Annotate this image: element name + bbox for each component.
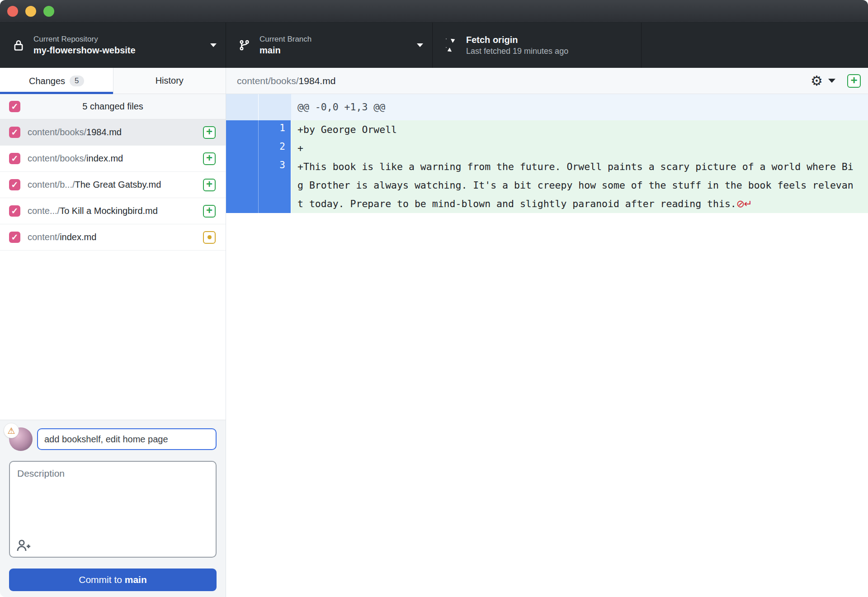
diff-line[interactable]: 2 + <box>226 139 868 157</box>
fetch-title: Fetch origin <box>466 34 632 46</box>
file-row[interactable]: ✓ content/books/1984.md + <box>0 119 226 146</box>
expand-diff-button[interactable]: + <box>847 74 861 88</box>
file-path: content/b.../The Great Gatsby.md <box>28 180 203 190</box>
file-added-icon: + <box>203 205 216 218</box>
check-icon: ✓ <box>11 128 19 137</box>
zoom-button[interactable] <box>43 6 54 17</box>
repository-name: my-flowershow-website <box>33 44 206 56</box>
no-newline-icon: ⊘↵ <box>736 198 751 209</box>
changed-files-count: 5 changed files <box>0 101 226 112</box>
traffic-lights <box>7 6 54 17</box>
titlebar <box>0 0 868 23</box>
app-window: Current Repository my-flowershow-website… <box>0 0 868 597</box>
tab-history-label: History <box>156 76 184 86</box>
tab-history[interactable]: History <box>113 68 226 94</box>
commit-button[interactable]: Commit to main <box>9 569 217 591</box>
commit-area: ⚠ Commit to main <box>0 420 226 597</box>
fetch-subtitle: Last fetched 19 minutes ago <box>466 46 632 57</box>
line-number: 3 <box>259 157 291 213</box>
file-path: content/books/index.md <box>28 153 203 164</box>
warning-icon: ⚠ <box>7 426 15 435</box>
file-checkbox[interactable]: ✓ <box>9 232 20 243</box>
add-coauthor-icon[interactable] <box>16 539 32 552</box>
file-checkbox[interactable]: ✓ <box>9 205 20 217</box>
file-checkbox[interactable]: ✓ <box>9 153 20 164</box>
warning-badge[interactable]: ⚠ <box>4 423 19 438</box>
chevron-down-icon <box>417 43 423 47</box>
changed-files-header: ✓ 5 changed files <box>0 94 226 119</box>
file-list-empty-space <box>0 251 226 420</box>
toolbar: Current Repository my-flowershow-website… <box>0 23 868 68</box>
diff-line-text: + <box>291 139 868 157</box>
current-branch-dropdown[interactable]: Current Branch main <box>226 23 433 68</box>
commit-description-box <box>9 461 217 558</box>
file-checkbox[interactable]: ✓ <box>9 179 20 190</box>
fetch-origin-button[interactable]: Fetch origin Last fetched 19 minutes ago <box>433 23 642 68</box>
check-icon: ✓ <box>11 154 19 163</box>
tabbar: Changes 5 History <box>0 68 226 94</box>
diff-line[interactable]: 1 +by George Orwell <box>226 120 868 139</box>
chevron-down-icon[interactable] <box>828 79 835 83</box>
close-button[interactable] <box>7 6 18 17</box>
check-icon: ✓ <box>11 180 19 189</box>
avatar: ⚠ <box>9 427 33 451</box>
sidebar: Changes 5 History ✓ 5 changed files ✓ co… <box>0 68 226 597</box>
diff-body: @@ -0,0 +1,3 @@ 1 +by George Orwell 2 + … <box>226 94 868 597</box>
file-checkbox[interactable]: ✓ <box>9 127 20 138</box>
chevron-down-icon <box>210 43 217 47</box>
line-number: 2 <box>259 139 291 157</box>
line-number: 1 <box>259 120 291 139</box>
select-all-checkbox[interactable]: ✓ <box>9 101 20 112</box>
branch-name: main <box>259 44 412 56</box>
lock-icon <box>11 38 26 52</box>
current-repository-dropdown[interactable]: Current Repository my-flowershow-website <box>0 23 226 68</box>
diff-file-path: content/books/1984.md <box>237 76 811 86</box>
repository-label: Current Repository <box>33 34 206 45</box>
tab-changes[interactable]: Changes 5 <box>0 68 113 94</box>
file-path: content/books/1984.md <box>28 127 203 137</box>
diff-header: content/books/1984.md ⚙ + <box>226 68 868 94</box>
changes-count-badge: 5 <box>70 76 84 86</box>
file-row[interactable]: ✓ content/b.../The Great Gatsby.md + <box>0 172 226 198</box>
sync-icon <box>443 39 459 51</box>
hunk-header-row: @@ -0,0 +1,3 @@ <box>226 94 868 120</box>
file-added-icon: + <box>203 126 216 139</box>
check-icon: ✓ <box>11 233 19 242</box>
file-path: content/index.md <box>28 232 203 242</box>
check-icon: ✓ <box>11 207 19 215</box>
commit-summary-input[interactable] <box>37 428 217 450</box>
file-added-icon: + <box>203 152 216 165</box>
minimize-button[interactable] <box>25 6 36 17</box>
toolbar-empty-space <box>642 23 868 68</box>
file-modified-icon <box>203 231 216 244</box>
file-path: conte.../To Kill a Mockingbird.md <box>28 206 203 216</box>
git-branch-icon <box>237 39 252 52</box>
file-row[interactable]: ✓ content/books/index.md + <box>0 146 226 172</box>
commit-description-input[interactable] <box>10 462 216 534</box>
file-row[interactable]: ✓ conte.../To Kill a Mockingbird.md + <box>0 198 226 224</box>
branch-label: Current Branch <box>259 34 412 45</box>
file-added-icon: + <box>203 179 216 191</box>
gear-icon[interactable]: ⚙ <box>811 74 823 88</box>
tab-changes-label: Changes <box>29 76 65 86</box>
diff-line-text: +by George Orwell <box>291 120 868 139</box>
diff-line[interactable]: 3 +This book is like a warning from the … <box>226 157 868 213</box>
hunk-header: @@ -0,0 +1,3 @@ <box>291 94 868 120</box>
diff-pane: content/books/1984.md ⚙ + @@ -0,0 +1,3 @… <box>226 68 868 597</box>
check-icon: ✓ <box>11 102 19 111</box>
file-row[interactable]: ✓ content/index.md <box>0 224 226 251</box>
diff-line-text: +This book is like a warning from the fu… <box>291 157 868 213</box>
